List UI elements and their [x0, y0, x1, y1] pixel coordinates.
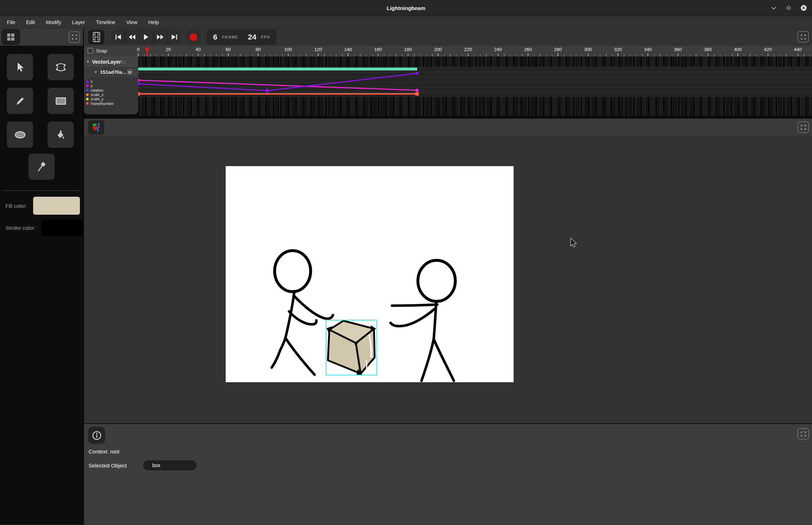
menu-view[interactable]: View — [122, 18, 142, 27]
ruler-tick — [588, 53, 588, 56]
minimize-icon[interactable] — [770, 5, 777, 11]
sidebar-fullscreen-button[interactable] — [69, 32, 80, 43]
keyframe-marker-x[interactable] — [266, 88, 269, 93]
stage[interactable] — [226, 166, 514, 382]
rectangle-icon — [55, 97, 66, 105]
object-curve-mode-button[interactable]: ~ — [134, 69, 138, 75]
ruler-tick — [498, 53, 499, 56]
fill-color-label: Fill color: — [5, 203, 33, 209]
ruler-tick — [768, 53, 768, 56]
ruler-tick-label: 180 — [404, 47, 412, 52]
stroke-color-swatch[interactable] — [41, 220, 83, 236]
property-color-dot — [86, 98, 89, 100]
transform-tool-button[interactable] — [48, 54, 74, 80]
property-name: x — [91, 79, 93, 83]
property-row-frameNumber[interactable]: frameNumber — [84, 101, 138, 105]
stick-figure-left[interactable] — [272, 251, 333, 375]
ruler-tick-label: 420 — [764, 47, 772, 52]
tool-sidebar: Fill color: Stroke color: — [0, 28, 84, 525]
ruler-tick-label: 20 — [166, 47, 171, 52]
ruler-tick-label: 300 — [584, 47, 592, 52]
menu-timeline[interactable]: Timeline — [91, 18, 120, 27]
expand-triangle-icon[interactable]: ▼ — [86, 60, 90, 64]
curve-y[interactable] — [138, 80, 417, 90]
layer-row-object[interactable]: ▼ 151ad70a... ~ — [84, 67, 138, 77]
playhead[interactable] — [144, 46, 150, 56]
layer-panel: ▼ VectorLayer[L] ▼ 151ad70a... ~ xyrotat… — [84, 56, 138, 114]
object-visibility-button[interactable] — [127, 69, 132, 75]
fullscreen-icon — [72, 35, 77, 40]
grid-view-button[interactable] — [1, 29, 20, 45]
rectangle-tool-button[interactable] — [48, 88, 74, 114]
ruler-minor-ticks — [138, 54, 812, 56]
paint-bucket-tool-button[interactable] — [48, 122, 74, 148]
select-cursor-icon — [15, 62, 25, 72]
info-button[interactable] — [88, 427, 105, 444]
snap-checkbox[interactable] — [87, 48, 93, 54]
ruler-tick — [198, 53, 199, 56]
canvas-area[interactable] — [84, 136, 812, 423]
filled-square-icon — [128, 71, 131, 74]
ellipse-icon — [14, 131, 26, 139]
ruler-tick-label: 260 — [524, 47, 532, 52]
keyframe-marker-y[interactable] — [415, 89, 419, 92]
skip-to-end-button[interactable] — [167, 30, 181, 44]
canvas-fullscreen-button[interactable] — [798, 122, 809, 133]
timeline-fullscreen-button[interactable] — [798, 31, 809, 42]
keyframe-marker-frameNumber[interactable] — [415, 92, 419, 96]
maximize-icon[interactable] — [785, 5, 792, 11]
ruler-tick — [378, 53, 379, 56]
property-row-y[interactable]: y — [84, 83, 138, 88]
stick-figure-right[interactable] — [391, 260, 455, 381]
menu-modify[interactable]: Modify — [41, 18, 66, 27]
ruler-tick — [618, 53, 618, 56]
eyedropper-icon — [37, 162, 47, 172]
timeline-ruler[interactable]: 0204060801001201401601802002202402602803… — [84, 46, 812, 56]
menu-file[interactable]: File — [2, 18, 20, 27]
property-name: scale_x — [91, 92, 104, 97]
ruler-tick-label: 340 — [644, 47, 652, 52]
record-button[interactable] — [186, 30, 201, 44]
ruler-tick-label: 220 — [464, 47, 472, 52]
ellipse-tool-button[interactable] — [7, 122, 33, 148]
selected-object-field[interactable]: box — [143, 460, 197, 470]
film-button[interactable] — [88, 30, 104, 44]
play-button[interactable] — [139, 30, 153, 44]
rewind-button[interactable] — [125, 30, 139, 44]
keyframe-marker-x[interactable] — [415, 72, 419, 75]
record-icon — [190, 33, 197, 41]
timeline-tracks[interactable]: ▼ VectorLayer[L] ▼ 151ad70a... ~ xyrotat… — [84, 56, 812, 118]
title-bar: Lightningbeam — [0, 0, 812, 16]
status-fullscreen-button[interactable] — [798, 428, 809, 439]
cursor-arrow-icon — [569, 238, 577, 248]
eyedropper-tool-button[interactable] — [28, 154, 55, 180]
paint-bucket-icon — [56, 130, 66, 140]
fill-color-swatch[interactable] — [33, 197, 80, 215]
property-row-scale_x[interactable]: scale_x — [84, 92, 138, 97]
property-row-rotation[interactable]: rotation — [84, 88, 138, 92]
ruler-tick-label: 120 — [314, 47, 322, 52]
expand-triangle-icon[interactable]: ▼ — [94, 70, 98, 74]
shapes-button[interactable] — [88, 120, 104, 134]
property-row-scale_y[interactable]: scale_y — [84, 97, 138, 101]
fast-forward-button[interactable] — [153, 30, 167, 44]
ruler-tick-label: 80 — [256, 47, 261, 52]
frame-number: 6 — [213, 33, 217, 41]
layer-row-vectorlayer[interactable]: ▼ VectorLayer[L] — [84, 56, 138, 67]
status-panel: Context: root Selected Object box — [84, 423, 812, 525]
menu-help[interactable]: Help — [144, 18, 164, 27]
ruler-tick-label: 360 — [674, 47, 682, 52]
property-row-x[interactable]: x — [84, 79, 138, 83]
menu-layer[interactable]: Layer — [67, 18, 90, 27]
transport-controls — [111, 30, 181, 44]
info-icon — [92, 431, 102, 440]
ruler-tick-label: 400 — [734, 47, 742, 52]
select-tool-button[interactable] — [7, 54, 33, 80]
pencil-tool-button[interactable] — [7, 88, 33, 114]
ruler-tick — [138, 53, 139, 56]
skip-to-start-button[interactable] — [111, 30, 125, 44]
menu-edit[interactable]: Edit — [21, 18, 40, 27]
box-object[interactable] — [326, 321, 376, 375]
close-icon[interactable] — [800, 5, 807, 11]
fast-forward-icon — [157, 35, 164, 40]
